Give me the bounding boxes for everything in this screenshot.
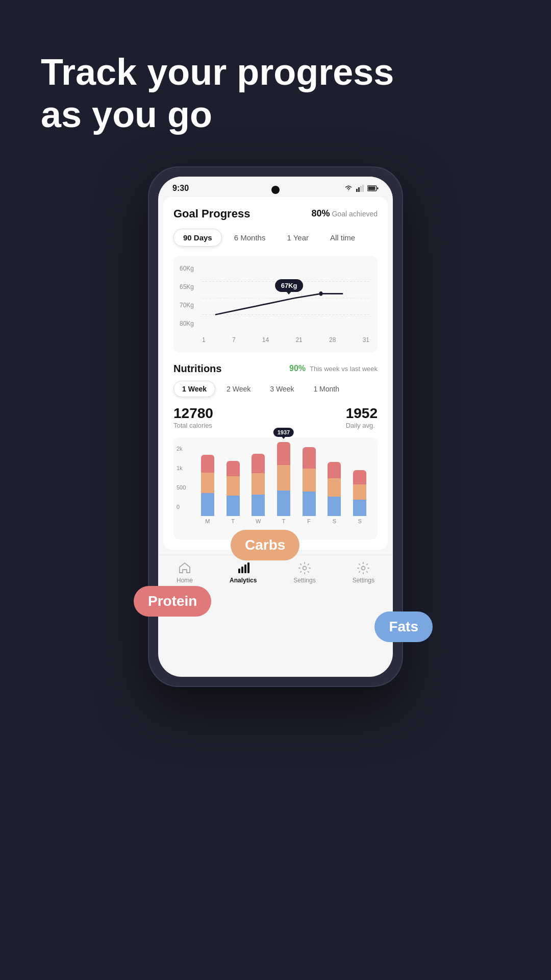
svg-rect-12 [241, 567, 243, 573]
headline: Track your progress as you go [0, 0, 551, 166]
screen-title: Goal Progress [173, 207, 250, 220]
y-label-80: 80Kg [180, 320, 194, 327]
nav-home[interactable]: Home [177, 561, 193, 584]
bar-fats-t2 [277, 491, 290, 516]
signal-icon [356, 185, 364, 192]
nutrition-pct: 90% [289, 364, 306, 373]
x-label-21: 21 [295, 336, 302, 344]
wifi-icon [344, 185, 353, 192]
total-calories-value: 12780 [173, 405, 213, 422]
svg-rect-0 [356, 189, 358, 192]
carbs-label: Carbs [231, 530, 299, 560]
headline-line2: as you go [41, 94, 212, 135]
bar-stack-m [201, 450, 214, 516]
bar-stack-s2 [353, 470, 366, 516]
bar-saturday: S [328, 462, 341, 524]
bar-label-w: W [256, 518, 261, 524]
week-tabs: 1 Week 2 Week 3 Week 1 Month [173, 381, 378, 397]
svg-rect-3 [362, 185, 364, 192]
tab-6-months[interactable]: 6 Months [225, 229, 275, 247]
bar-protein-f [303, 447, 316, 469]
nutrition-meta: 90% This week vs last week [289, 364, 378, 373]
bar-label-s2: S [358, 518, 361, 524]
bar-stack-w [252, 454, 265, 516]
svg-point-10 [319, 291, 323, 296]
bar-fats-m [201, 493, 214, 516]
bar-protein-m [201, 455, 214, 473]
bar-stack-s1 [328, 462, 341, 516]
bar-carbs-s2 [353, 484, 366, 500]
nav-settings-label: Settings [293, 577, 315, 584]
bar-y-0: 0 [177, 504, 186, 510]
status-icons [344, 185, 379, 192]
svg-rect-6 [377, 187, 379, 189]
nav-analytics-label: Analytics [230, 577, 257, 584]
bar-stack-t2 [277, 442, 290, 516]
nav-settings-2[interactable]: Settings [353, 561, 374, 584]
bar-thursday-tooltip: 1937 [273, 428, 294, 437]
nutrition-bar-chart: 2k 1k 500 0 M [173, 437, 378, 540]
nutrition-sub: This week vs last week [310, 365, 378, 373]
total-calories-label: Total calories [173, 422, 213, 429]
bar-friday: F [303, 447, 316, 524]
chart-y-labels: 60Kg 65Kg 70Kg 80Kg [180, 265, 194, 327]
time-tabs: 90 Days 6 Months 1 Year All time [173, 229, 378, 247]
bar-fats-w [252, 495, 265, 516]
bar-carbs-f [303, 469, 316, 492]
total-calories: 12780 Total calories [173, 405, 213, 429]
bar-y-2k: 2k [177, 446, 186, 452]
bar-protein-t1 [227, 461, 240, 476]
goal-pct: 80% [311, 208, 330, 219]
bar-protein-s1 [328, 462, 341, 478]
tab-1-week[interactable]: 1 Week [173, 381, 215, 397]
nav-home-label: Home [177, 577, 193, 584]
tab-1-year[interactable]: 1 Year [278, 229, 318, 247]
tab-1-month[interactable]: 1 Month [305, 381, 347, 397]
bar-wednesday: W [252, 454, 265, 524]
svg-point-15 [303, 566, 306, 570]
bar-protein-t2 [277, 442, 290, 465]
svg-point-16 [362, 566, 365, 570]
bar-label-s1: S [333, 518, 336, 524]
daily-avg-label: Daily avg. [346, 422, 378, 429]
daily-avg: 1952 Daily avg. [346, 405, 378, 429]
svg-rect-11 [238, 569, 240, 573]
phone-frame: Protein Carbs Fats 9:30 [148, 166, 403, 687]
x-label-7: 7 [232, 336, 236, 344]
svg-rect-14 [247, 562, 249, 573]
x-labels: 1 7 14 21 28 31 [202, 333, 369, 344]
protein-label: Protein [134, 586, 211, 617]
bar-y-labels: 2k 1k 500 0 [177, 446, 186, 510]
nutrition-title: Nutritions [173, 363, 221, 375]
nav-settings-2-label: Settings [353, 577, 374, 584]
bar-fats-s2 [353, 500, 366, 516]
tab-all-time[interactable]: All time [321, 229, 364, 247]
x-label-1: 1 [202, 336, 206, 344]
screen-content: Goal Progress 80% Goal achieved 90 Days … [163, 197, 388, 550]
weight-tooltip: 67Kg [275, 279, 304, 292]
x-label-14: 14 [262, 336, 269, 344]
bar-fats-f [303, 492, 316, 516]
bar-stack-f [303, 447, 316, 516]
nutrition-header: Nutritions 90% This week vs last week [173, 363, 378, 375]
y-label-70: 70Kg [180, 302, 194, 309]
bar-fats-s1 [328, 497, 341, 516]
bar-sunday: S [353, 470, 366, 524]
goal-label: Goal achieved [332, 210, 378, 218]
status-time: 9:30 [172, 184, 189, 193]
nav-analytics[interactable]: Analytics [230, 561, 257, 584]
bar-stack-t1 [227, 457, 240, 516]
bar-carbs-t1 [227, 476, 240, 496]
y-label-65: 65Kg [180, 283, 194, 290]
tab-2-week[interactable]: 2 Week [218, 381, 259, 397]
tab-3-week[interactable]: 3 Week [262, 381, 302, 397]
nav-settings[interactable]: Settings [293, 561, 315, 584]
bar-carbs-m [201, 473, 214, 493]
bar-carbs-t2 [277, 465, 290, 491]
bar-protein-w [252, 454, 265, 473]
stats-row: 12780 Total calories 1952 Daily avg. [173, 405, 378, 429]
tab-90-days[interactable]: 90 Days [173, 229, 222, 247]
bar-thursday: 1937 T [277, 442, 290, 524]
svg-rect-1 [358, 187, 360, 192]
daily-avg-value: 1952 [346, 405, 378, 422]
